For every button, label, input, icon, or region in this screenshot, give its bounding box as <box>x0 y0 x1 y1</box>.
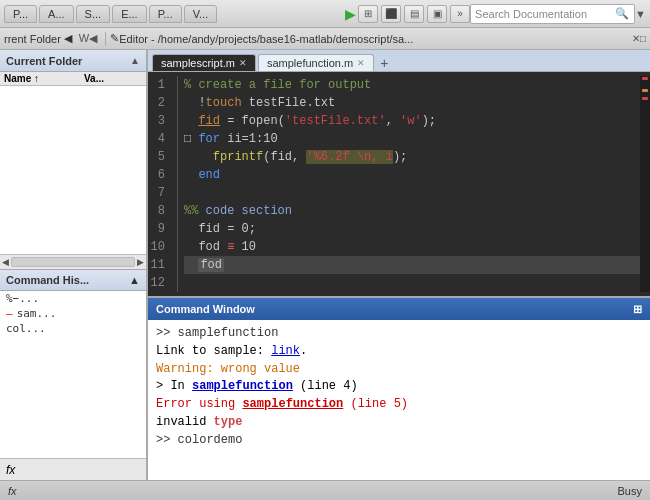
line-numbers: 1 2 3 4 5 6 7 8 9 10 11 12 <box>148 76 178 292</box>
fx-panel-bottom: fx <box>0 458 146 480</box>
cmd-line-5: Error using samplefunction (line 5) <box>156 396 642 413</box>
cmd-line-6: invalid type <box>156 414 642 431</box>
cmd-type-word: type <box>214 415 243 429</box>
fx-area: fx <box>8 485 17 497</box>
command-history-header: Command His... ▲ <box>0 269 146 291</box>
ln-11: 11 <box>148 256 171 274</box>
file-columns: Name ↑ Va... <box>0 72 146 86</box>
ln-2: 2 <box>148 94 171 112</box>
code-line-11: fod <box>184 256 640 274</box>
scroll-marker-2 <box>642 89 648 92</box>
cmd-line-3: Warning: wrong value <box>156 361 642 378</box>
scroll-marker-3 <box>642 97 648 100</box>
code-line-7 <box>184 184 640 202</box>
code-line-6: end <box>184 166 640 184</box>
scroll-track[interactable] <box>11 257 135 267</box>
code-line-5: fprintf(fid, '%6.2f \n, i); <box>184 148 640 166</box>
play-button[interactable]: ▶ <box>345 6 356 22</box>
toolbar-icon-1[interactable]: ⊞ <box>358 5 378 23</box>
ln-9: 9 <box>148 220 171 238</box>
editor-tab-samplefunction-label: samplefunction.m <box>267 57 353 69</box>
cmd-samplefunction-link-1[interactable]: samplefunction <box>192 379 293 393</box>
search-icon: 🔍 <box>615 7 629 20</box>
ln-7: 7 <box>148 184 171 202</box>
code-line-1: % create a file for output <box>184 76 640 94</box>
search-input[interactable] <box>475 8 615 20</box>
command-history-expand[interactable]: ▲ <box>129 274 140 286</box>
cmd-hist-item-2[interactable]: sam... <box>0 306 146 321</box>
code-line-12 <box>184 274 640 292</box>
current-folder-title: Current Folder <box>6 55 82 67</box>
command-window-expand-icon[interactable]: ⊞ <box>633 303 642 316</box>
toolbar-icon-3[interactable]: ▤ <box>404 5 424 23</box>
tab-e[interactable]: E... <box>112 5 147 23</box>
current-folder-label: rrent Folder <box>4 33 61 45</box>
tab-a[interactable]: A... <box>39 5 74 23</box>
workspace-scroll: ◀ ▶ <box>0 254 146 269</box>
main-area: Current Folder ▲ Name ↑ Va... ◀ ▶ Comman… <box>0 50 650 480</box>
scroll-right-button[interactable]: ▶ <box>137 257 144 267</box>
cmd-samplefunction-link-2[interactable]: samplefunction <box>242 397 343 411</box>
editor-area: samplescript.m ✕ samplefunction.m ✕ + 1 … <box>148 50 650 298</box>
search-box: 🔍 <box>470 4 635 24</box>
fx-icon: fx <box>8 485 17 497</box>
fx-label: fx <box>6 463 15 477</box>
editor-tab-samplescript-close[interactable]: ✕ <box>239 58 247 68</box>
cmd-line-4: > In samplefunction (line 4) <box>156 378 642 395</box>
editor-tabs: samplescript.m ✕ samplefunction.m ✕ + <box>148 50 650 72</box>
command-window-titlebar: Command Window ⊞ <box>148 298 650 320</box>
editor-tab-samplefunction[interactable]: samplefunction.m ✕ <box>258 54 374 71</box>
code-content[interactable]: % create a file for output !touch testFi… <box>178 76 640 292</box>
ln-10: 10 <box>148 238 171 256</box>
editor-path-expand[interactable]: □ <box>640 33 646 44</box>
editor-tab-samplescript[interactable]: samplescript.m ✕ <box>152 54 256 71</box>
toolbar-icon-2[interactable]: ⬛ <box>381 5 401 23</box>
editor-path-close[interactable]: ✕ <box>632 33 640 44</box>
code-line-9: fid = 0; <box>184 220 640 238</box>
busy-label: Busy <box>618 485 642 497</box>
code-editor[interactable]: 1 2 3 4 5 6 7 8 9 10 11 12 % create a fi… <box>148 72 650 296</box>
editor-tab-samplescript-label: samplescript.m <box>161 57 235 69</box>
path-separator: W◀ <box>75 32 101 45</box>
file-list <box>0 86 146 254</box>
code-line-2: !touch testFile.txt <box>184 94 640 112</box>
toolbar-icon-4[interactable]: ▣ <box>427 5 447 23</box>
add-tab-button[interactable]: + <box>376 55 392 71</box>
col-name-header: Name ↑ <box>4 73 84 84</box>
toolbar-icon-group: ⊞ ⬛ ▤ ▣ » <box>358 5 470 23</box>
tab-v[interactable]: V... <box>184 5 218 23</box>
editor-icon: ✎ <box>110 32 119 45</box>
toolbar: P... A... S... E... P... V... ▶ ⊞ ⬛ ▤ ▣ … <box>0 0 650 28</box>
code-line-3: fid = fopen('testFile.txt', 'w'); <box>184 112 640 130</box>
panel-expand-icon[interactable]: ▲ <box>130 55 140 66</box>
tab-s[interactable]: S... <box>76 5 111 23</box>
toolbar-tabs: P... A... S... E... P... V... <box>4 5 343 23</box>
editor-scrollbar[interactable] <box>640 76 650 292</box>
path-back-button[interactable]: ◀ <box>61 32 75 45</box>
cmd-link[interactable]: link <box>271 344 300 358</box>
ln-12: 12 <box>148 274 171 292</box>
ln-1: 1 <box>148 76 171 94</box>
command-window-content[interactable]: >> samplefunction Link to sample: link. … <box>148 320 650 480</box>
right-panel: samplescript.m ✕ samplefunction.m ✕ + 1 … <box>148 50 650 480</box>
tab-p2[interactable]: P... <box>149 5 182 23</box>
tab-p1[interactable]: P... <box>4 5 37 23</box>
command-window-title: Command Window <box>156 303 255 315</box>
cmd-line-1: >> samplefunction <box>156 325 642 342</box>
toolbar-icon-5[interactable]: » <box>450 5 470 23</box>
editor-path: Editor - /home/andy/projects/base16-matl… <box>119 33 632 45</box>
cmd-hist-item-1[interactable]: %−... <box>0 291 146 306</box>
current-folder-label: Current Folder <box>6 55 82 67</box>
code-line-10: fod ≡ 10 <box>184 238 640 256</box>
funnel-button[interactable]: ▼ <box>635 8 646 20</box>
scroll-left-button[interactable]: ◀ <box>2 257 9 267</box>
statusbar: fx Busy <box>0 480 650 500</box>
ln-8: 8 <box>148 202 171 220</box>
scroll-marker-1 <box>642 77 648 80</box>
cmd-hist-item-3[interactable]: col... <box>0 321 146 336</box>
ln-4: 4 <box>148 130 171 148</box>
current-folder-header: Current Folder ▲ <box>0 50 146 72</box>
pathbar: rrent Folder ◀ W◀ ✎ Editor - /home/andy/… <box>0 28 650 50</box>
editor-tab-samplefunction-close[interactable]: ✕ <box>357 58 365 68</box>
ln-5: 5 <box>148 148 171 166</box>
